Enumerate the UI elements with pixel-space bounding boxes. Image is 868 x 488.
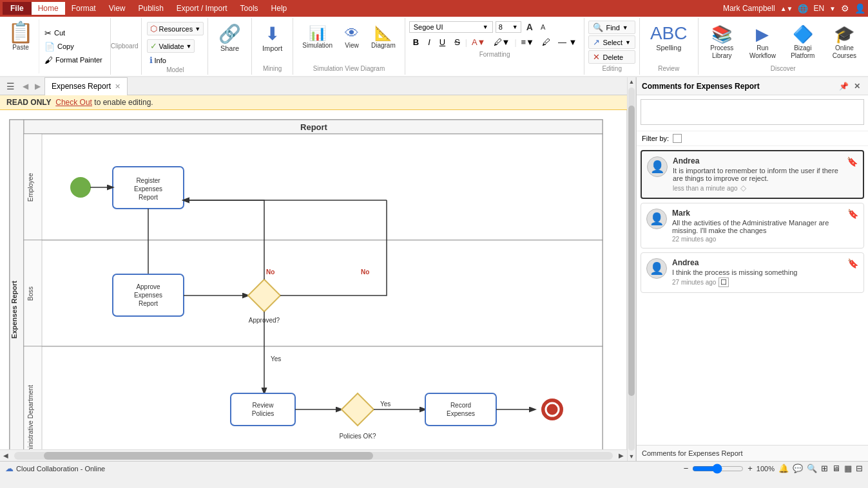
- format-menu[interactable]: Format: [65, 2, 102, 15]
- grid-icon[interactable]: ⊟: [856, 464, 863, 473]
- view-mode-icon[interactable]: ⊞: [821, 464, 828, 473]
- scroll-down-button[interactable]: ▼: [627, 452, 636, 461]
- lang-chevron-icon[interactable]: ▼: [829, 5, 836, 12]
- comment-input[interactable]: [641, 99, 864, 125]
- svg-text:Report: Report: [139, 194, 158, 201]
- online-courses-button[interactable]: 🎓 Online Courses: [825, 22, 864, 62]
- diagram-button[interactable]: 📐 Diagram: [367, 23, 400, 52]
- align-button[interactable]: ≡▼: [518, 37, 537, 48]
- view-menu[interactable]: View: [102, 2, 132, 15]
- file-menu[interactable]: File: [3, 2, 32, 15]
- zoom-slider[interactable]: [692, 465, 744, 472]
- comment-text: All the activities of the Administrative…: [672, 219, 842, 234]
- highlight-color-button[interactable]: 🖊▼: [490, 37, 514, 48]
- svg-text:Expenses: Expenses: [134, 185, 162, 192]
- bold-button[interactable]: B: [409, 36, 423, 48]
- view-button[interactable]: 👁 View: [339, 23, 365, 52]
- monitor-icon[interactable]: 🖥: [832, 464, 840, 473]
- strikethrough-button[interactable]: S: [450, 36, 464, 48]
- svg-text:Approve: Approve: [136, 283, 160, 290]
- comment-item[interactable]: 👤 Andrea I think the process is missing …: [641, 252, 864, 293]
- comment-avatar: 👤: [646, 209, 667, 229]
- comment-time: 27 minutes ago: [672, 279, 716, 286]
- language-icon[interactable]: 🌐: [798, 4, 808, 14]
- cloud-status: Cloud Collaboration - Online: [16, 465, 105, 473]
- publish-menu[interactable]: Publish: [132, 2, 170, 15]
- format-painter-button[interactable]: 🖌 Format Painter: [42, 55, 105, 66]
- line-color-button[interactable]: 🖊: [539, 37, 554, 48]
- resources-button[interactable]: ⬡ Resources ▼: [147, 22, 204, 35]
- scroll-thumb[interactable]: [44, 452, 373, 460]
- comment-item[interactable]: 👤 Mark All the activities of the Adminis…: [641, 203, 864, 249]
- bookmark-icon[interactable]: 🔖: [847, 209, 858, 219]
- svg-text:Administrative Department: Administrative Department: [27, 385, 34, 449]
- svg-text:Expenses: Expenses: [134, 292, 162, 299]
- font-selector[interactable]: Segoe UI ▼: [409, 21, 493, 33]
- settings-icon[interactable]: ⚙: [841, 3, 849, 14]
- select-button[interactable]: ↗ Select ▼: [588, 35, 635, 49]
- info-button[interactable]: ℹ Info: [147, 54, 169, 66]
- bookmark-icon[interactable]: 🔖: [847, 258, 858, 268]
- delete-button[interactable]: ✕ Delete: [588, 50, 635, 64]
- decrease-font-button[interactable]: A: [538, 22, 548, 32]
- spelling-button[interactable]: ABC Spelling: [645, 21, 693, 54]
- scroll-up-button[interactable]: ▲: [627, 77, 636, 86]
- svg-text:Report: Report: [300, 122, 328, 132]
- resolve-icon[interactable]: ◇: [740, 183, 746, 192]
- notification-icon[interactable]: 🔔: [778, 464, 789, 473]
- svg-text:Expenses Report: Expenses Report: [10, 281, 18, 339]
- svg-text:Employee: Employee: [27, 173, 34, 202]
- font-color-button[interactable]: A▼: [468, 37, 489, 48]
- svg-rect-0: [10, 120, 603, 449]
- font-size-selector[interactable]: 8 ▼: [496, 21, 521, 33]
- scroll-track[interactable]: [14, 452, 613, 460]
- tab-list-icon[interactable]: ☰: [3, 80, 19, 93]
- share-button[interactable]: 🔗 Share: [213, 21, 246, 55]
- import-mining-button[interactable]: ⬇ Import: [257, 21, 287, 55]
- export-import-menu[interactable]: Export / Import: [170, 2, 234, 15]
- increase-font-button[interactable]: A: [524, 21, 535, 33]
- checkout-link[interactable]: Check Out: [55, 98, 92, 107]
- scroll-left-button[interactable]: ◀: [0, 450, 12, 462]
- diagram-canvas: Expenses Report Report Employee Boss Adm…: [0, 110, 627, 449]
- search-status-icon[interactable]: 🔍: [807, 464, 817, 473]
- checkbox-resolve-icon[interactable]: ☐: [719, 277, 729, 287]
- paste-button[interactable]: 📋 Paste: [3, 19, 39, 73]
- layout-icon[interactable]: ▦: [844, 464, 852, 473]
- svg-point-45: [543, 400, 562, 419]
- line-style-button[interactable]: ― ▼: [555, 37, 580, 48]
- expenses-report-tab[interactable]: Expenses Report ✕: [44, 77, 128, 95]
- user-chevron-icon[interactable]: ▲▼: [780, 5, 793, 12]
- run-workflow-button[interactable]: ▶ Run Workflow: [744, 22, 781, 62]
- process-library-button[interactable]: 📚 Process Library: [702, 22, 742, 62]
- svg-rect-8: [24, 240, 603, 346]
- v-scroll-thumb[interactable]: [628, 106, 635, 396]
- validate-button[interactable]: ✓ Validate ▼: [147, 39, 195, 53]
- filter-checkbox[interactable]: [673, 134, 682, 143]
- copy-button[interactable]: 📄 Copy: [42, 41, 105, 52]
- find-button[interactable]: 🔍 Find ▼: [588, 21, 635, 34]
- zoom-in-button[interactable]: +: [747, 464, 753, 473]
- pin-icon[interactable]: 📌: [836, 80, 851, 92]
- tab-close-icon[interactable]: ✕: [115, 82, 121, 91]
- bookmark-icon[interactable]: 🔖: [847, 156, 858, 167]
- home-menu[interactable]: Home: [32, 2, 65, 15]
- tools-menu[interactable]: Tools: [234, 2, 265, 15]
- message-icon[interactable]: 💬: [793, 464, 803, 473]
- help-menu[interactable]: Help: [265, 2, 294, 15]
- italic-button[interactable]: I: [424, 36, 434, 48]
- tab-forward-nav[interactable]: ▶: [32, 80, 43, 92]
- scroll-right-button[interactable]: ▶: [615, 450, 627, 462]
- comment-item[interactable]: 👤 Andrea It is important to remember to …: [641, 150, 864, 199]
- svg-point-46: [546, 403, 559, 416]
- v-scroll-track[interactable]: [628, 88, 635, 451]
- user-icon[interactable]: 👤: [854, 3, 865, 14]
- bizagi-platform-button[interactable]: 🔷 Bizagi Platform: [784, 22, 822, 62]
- zoom-out-button[interactable]: −: [684, 464, 689, 473]
- close-panel-icon[interactable]: ✕: [851, 80, 863, 92]
- underline-button[interactable]: U: [436, 36, 449, 48]
- simulation-button[interactable]: 📊 Simulation: [298, 23, 336, 52]
- svg-text:Approved?: Approved?: [249, 317, 280, 324]
- tab-back-nav[interactable]: ◀: [20, 80, 31, 92]
- cut-button[interactable]: ✂ Cut: [42, 28, 105, 39]
